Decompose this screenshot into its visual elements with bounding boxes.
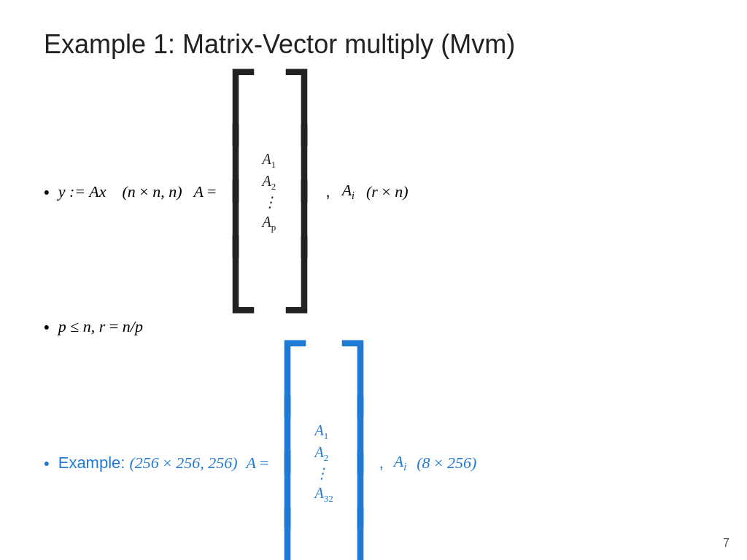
slide-title: Example 1: Matrix-Vector multiply (Mvm): [44, 29, 703, 60]
bullet-1-text: y := Ax: [58, 182, 107, 201]
bullet-1-comma: ,: [326, 182, 330, 201]
bullet-1-Ai: Ai: [342, 181, 355, 202]
page-number: 7: [723, 537, 729, 550]
bullet-3-dot: •: [44, 454, 50, 473]
bullet-1-rxn: (r × n): [366, 182, 409, 201]
bullet-1: • y := Ax (n × n, n) A = ⎡⎢⎢⎣ A1 A2 ⋮ Ap…: [44, 80, 703, 303]
bullet-3-size: (8 × 256): [417, 454, 476, 472]
bullet-3-prefix: Example:: [58, 454, 125, 472]
bullet-1-A: A =: [194, 182, 217, 201]
matrix-1: ⎡⎢⎢⎣ A1 A2 ⋮ Ap ⎤⎥⎥⎦: [227, 80, 313, 303]
bullet-2: • p ≤ n, r = n/p: [44, 316, 703, 337]
bullet-1-paren: (n × n, n): [122, 182, 182, 201]
bullet-2-dot: •: [44, 318, 50, 337]
bullet-2-text: p ≤ n, r = n/p: [58, 317, 143, 336]
bullet-3: • Example: (256 × 256, 256) A = ⎡⎢⎢⎣ A1 …: [44, 351, 703, 560]
bullet-3-Ai: Ai: [394, 452, 406, 473]
slide: Example 1: Matrix-Vector multiply (Mvm) …: [0, 0, 747, 560]
matrix-2: ⎡⎢⎢⎣ A1 A2 ⋮ A32 ⎤⎥⎥⎦: [279, 351, 368, 560]
bullet-3-paren: (256 × 256, 256): [129, 454, 237, 472]
bullet-3-A: A =: [247, 454, 269, 472]
bullet-1-dot: •: [44, 183, 50, 202]
bullet-3-comma: ,: [379, 454, 384, 472]
